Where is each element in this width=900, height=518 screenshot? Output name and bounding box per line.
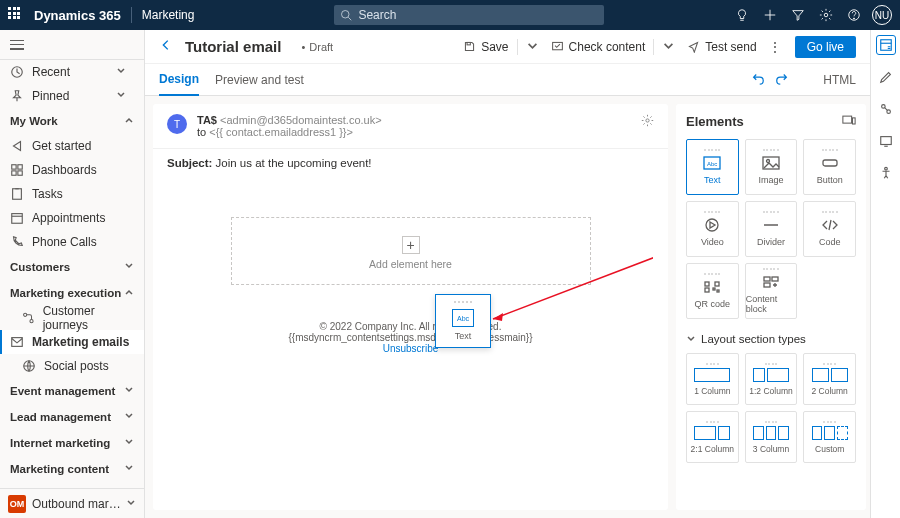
sidebar-group-marketing-execution[interactable]: Marketing execution xyxy=(0,280,144,306)
global-topbar: Dynamics 365 Marketing Search NU xyxy=(0,0,900,30)
sidebar-item-customer-journeys[interactable]: Customer journeys xyxy=(0,306,144,330)
lightbulb-icon[interactable] xyxy=(728,0,756,30)
sidebar-item-get-started[interactable]: Get started xyxy=(0,134,144,158)
card-label: Content block xyxy=(746,294,797,314)
cmd-label: Test send xyxy=(705,40,756,54)
sidebar-item-label: Get started xyxy=(32,139,91,153)
tab-design[interactable]: Design xyxy=(159,64,199,96)
svg-rect-40 xyxy=(717,290,719,292)
svg-point-18 xyxy=(24,313,27,316)
main-content: Tutorial email Draft Save Check content … xyxy=(145,30,870,518)
sidebar-item-tasks[interactable]: Tasks xyxy=(0,182,144,206)
subject-line[interactable]: Subject: Join us at the upcoming event! xyxy=(153,149,668,177)
page-title: Tutorial email xyxy=(185,38,281,55)
unsubscribe-link[interactable]: Unsubscribe xyxy=(153,343,668,354)
email-footer: © 2022 Company Inc. All rights reserved.… xyxy=(153,321,668,354)
element-button[interactable]: Button xyxy=(803,139,856,195)
header-settings-icon[interactable] xyxy=(641,114,654,130)
drop-prompt: Add element here xyxy=(369,258,452,270)
sidebar-item-social-posts[interactable]: Social posts xyxy=(0,354,144,378)
devices-icon[interactable] xyxy=(842,114,856,129)
sidebar-pinned[interactable]: Pinned xyxy=(0,84,144,108)
search-icon xyxy=(340,9,352,21)
drop-zone[interactable]: + Add element here xyxy=(231,217,591,285)
command-bar: Tutorial email Draft Save Check content … xyxy=(145,30,870,64)
sidebar-recent[interactable]: Recent xyxy=(0,60,144,84)
check-split[interactable] xyxy=(656,36,681,58)
element-divider[interactable]: Divider xyxy=(745,201,798,257)
svg-rect-28 xyxy=(853,118,856,124)
sidebar-group-event-management[interactable]: Event management xyxy=(0,378,144,404)
sidebar-group-marketing-content[interactable]: Marketing content xyxy=(0,456,144,482)
rail-toolbox-icon[interactable] xyxy=(877,36,895,54)
element-video[interactable]: Video xyxy=(686,201,739,257)
element-qrcode[interactable]: QR code xyxy=(686,263,739,319)
redo-button[interactable] xyxy=(775,71,789,88)
dragged-text-element[interactable]: Abc Text xyxy=(435,294,491,348)
sidebar-group-lead-management[interactable]: Lead management xyxy=(0,404,144,430)
sidebar-item-label: Marketing emails xyxy=(32,335,129,349)
test-send-button[interactable]: Test send xyxy=(681,36,762,58)
element-image[interactable]: Image xyxy=(745,139,798,195)
sidebar-group-customers[interactable]: Customers xyxy=(0,254,144,280)
plus-icon[interactable] xyxy=(756,0,784,30)
area-switcher[interactable]: OM Outbound market… xyxy=(0,488,144,518)
text-icon: Abc xyxy=(452,309,474,327)
sidebar-group-mywork[interactable]: My Work xyxy=(0,108,144,134)
tab-preview[interactable]: Preview and test xyxy=(215,64,304,96)
sidebar-group-internet-marketing[interactable]: Internet marketing xyxy=(0,430,144,456)
sidebar-item-dashboards[interactable]: Dashboards xyxy=(0,158,144,182)
help-icon[interactable] xyxy=(840,0,868,30)
element-text[interactable]: AbcText xyxy=(686,139,739,195)
layout-1-column[interactable]: 1 Column xyxy=(686,353,739,405)
save-split[interactable] xyxy=(520,36,545,58)
layout-3-column[interactable]: 3 Column xyxy=(745,411,798,463)
settings-gear-icon[interactable] xyxy=(812,0,840,30)
back-button[interactable] xyxy=(159,38,173,55)
undo-button[interactable] xyxy=(751,71,765,88)
sidebar-item-phone-calls[interactable]: Phone Calls xyxy=(0,230,144,254)
rail-links-icon[interactable] xyxy=(877,100,895,118)
sidebar-item-marketing-emails[interactable]: Marketing emails xyxy=(0,330,144,354)
divider-icon xyxy=(761,217,781,233)
more-commands[interactable]: ⋮ xyxy=(763,36,787,58)
layout-2-column[interactable]: 2 Column xyxy=(803,353,856,405)
chevron-down-icon xyxy=(124,261,134,273)
svg-rect-49 xyxy=(880,137,891,145)
element-code[interactable]: Code xyxy=(803,201,856,257)
svg-rect-16 xyxy=(12,214,23,224)
svg-rect-14 xyxy=(13,189,22,200)
svg-rect-39 xyxy=(713,288,715,290)
rail-styles-icon[interactable] xyxy=(877,68,895,86)
brand-label: Dynamics 365 xyxy=(34,8,121,23)
svg-rect-12 xyxy=(12,171,16,175)
hamburger-icon xyxy=(10,40,24,50)
layout-custom[interactable]: Custom xyxy=(803,411,856,463)
button-icon xyxy=(820,155,840,171)
global-search[interactable]: Search xyxy=(334,5,604,25)
sidebar-group-label: Customers xyxy=(10,261,70,273)
card-label: Video xyxy=(701,237,724,247)
filter-icon[interactable] xyxy=(784,0,812,30)
grip-icon xyxy=(454,301,472,305)
save-button[interactable]: Save xyxy=(457,36,514,58)
chevron-down-icon xyxy=(124,437,134,449)
sidebar-collapse[interactable] xyxy=(0,30,144,60)
layout-section-header[interactable]: Layout section types xyxy=(686,333,856,345)
sidebar-item-label: Recent xyxy=(32,65,70,79)
chevron-down-icon xyxy=(116,65,134,79)
sidebar-item-appointments[interactable]: Appointments xyxy=(0,206,144,230)
left-sidebar: Recent Pinned My Work Get started Dashbo… xyxy=(0,30,145,518)
html-toggle[interactable]: HTML xyxy=(819,73,856,87)
user-avatar[interactable]: NU xyxy=(872,5,892,25)
go-live-button[interactable]: Go live xyxy=(795,36,856,58)
email-canvas[interactable]: T TA$ <admin@d365domaintest.co.uk> to <{… xyxy=(153,104,668,510)
chevron-down-icon xyxy=(116,89,134,103)
app-launcher-icon[interactable] xyxy=(8,7,24,23)
check-content-button[interactable]: Check content xyxy=(545,36,652,58)
layout-2-1-column[interactable]: 2:1 Column xyxy=(686,411,739,463)
element-content-block[interactable]: Content block xyxy=(745,263,798,319)
rail-preview-icon[interactable] xyxy=(877,132,895,150)
rail-accessibility-icon[interactable] xyxy=(877,164,895,182)
layout-1-2-column[interactable]: 1:2 Column xyxy=(745,353,798,405)
